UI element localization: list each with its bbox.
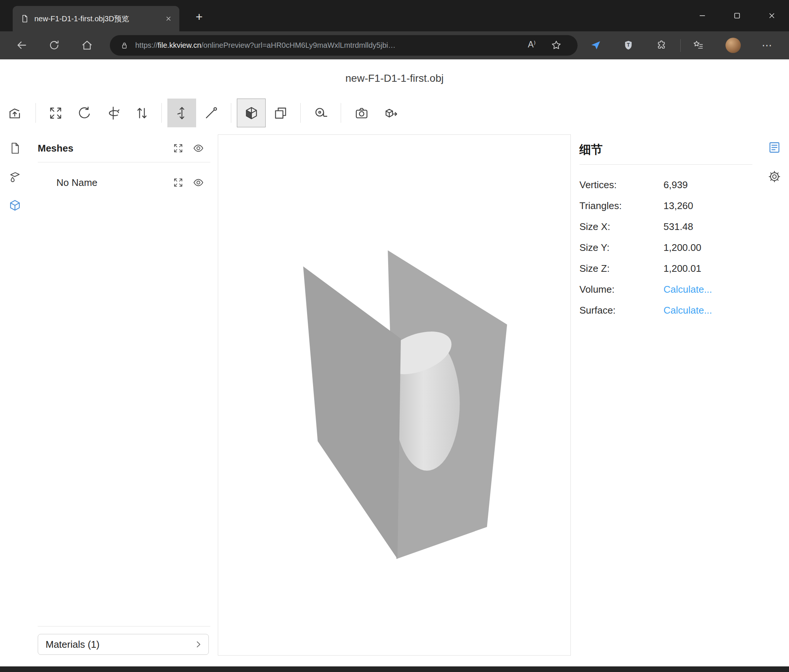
wireframe-view-button[interactable] (266, 99, 295, 127)
detail-row: Volume: Calculate... (580, 279, 752, 300)
mesh-name: No Name (56, 177, 164, 188)
materials-tab[interactable] (8, 169, 22, 184)
settings-more-icon[interactable]: ⋯ (757, 35, 778, 56)
mesh-list-item[interactable]: No Name (38, 168, 210, 197)
detail-label: Size Z: (580, 263, 663, 274)
toolbar-separator (341, 103, 341, 123)
home-button[interactable] (77, 35, 97, 56)
rotate-free-button[interactable] (70, 99, 99, 127)
screenshot-button[interactable] (347, 99, 376, 127)
lock-icon (120, 41, 129, 50)
right-rail (760, 134, 789, 247)
calculate-surface-link[interactable]: Calculate... (663, 305, 712, 316)
mesh-zoom-to-fit-icon[interactable] (172, 177, 184, 188)
settings-gear-icon[interactable] (767, 169, 781, 184)
tab-title: new-F1-D1-1-first.obj3D预览 (34, 14, 158, 24)
detail-label: Surface: (580, 305, 663, 316)
detail-value: 531.48 (663, 221, 693, 232)
detail-value: 6,939 (663, 179, 688, 191)
details-tab[interactable] (767, 140, 781, 154)
detail-value: 1,200.00 (663, 242, 701, 253)
model-viewport[interactable] (218, 134, 571, 656)
detail-row: Vertices: 6,939 (580, 174, 752, 195)
detail-value: 1,200.01 (663, 263, 701, 274)
detail-row: Size X: 531.48 (580, 216, 752, 237)
minimize-button[interactable] (685, 0, 720, 31)
detail-row: Surface: Calculate... (580, 300, 752, 321)
extension-blue-icon[interactable] (585, 35, 606, 56)
detail-label: Triangles: (580, 200, 663, 212)
materials-label: Materials (1) (46, 639, 193, 650)
detail-row: Size Y: 1,200.00 (580, 237, 752, 258)
model-tab[interactable] (8, 198, 22, 212)
divider (580, 164, 752, 165)
meshes-visibility-eye-icon[interactable] (192, 142, 204, 154)
read-aloud-icon[interactable]: A⁾ (528, 40, 536, 49)
toolbar-separator (231, 103, 231, 123)
details-rows: Vertices: 6,939 Triangles: 13,260 Size X… (580, 174, 752, 321)
detail-row: Triangles: 13,260 (580, 195, 752, 216)
address-bar[interactable]: https://file.kkview.cn/onlinePreview?url… (110, 35, 578, 56)
browser-tab[interactable]: new-F1-D1-1-first.obj3D预览 (13, 6, 179, 31)
back-button[interactable] (11, 35, 32, 56)
open-model-button[interactable] (1, 99, 30, 127)
divider (38, 626, 210, 626)
extensions-puzzle-icon[interactable] (651, 35, 672, 56)
close-button[interactable] (754, 0, 789, 31)
rotate-axis-button[interactable] (99, 99, 128, 127)
extension-shield-icon[interactable]: T (618, 35, 639, 56)
svg-text:T: T (627, 42, 630, 48)
divider (38, 162, 210, 162)
measure-button[interactable] (306, 99, 335, 127)
fit-view-button[interactable] (41, 99, 70, 127)
toolbar-separator (35, 103, 36, 123)
meshes-header: Meshes (38, 134, 210, 162)
mesh-visibility-eye-icon[interactable] (192, 177, 204, 188)
details-panel: 细节 Vertices: 6,939 Triangles: 13,260 Siz… (580, 134, 752, 321)
favorites-list-icon[interactable] (688, 35, 709, 56)
calculate-volume-link[interactable]: Calculate... (663, 284, 712, 295)
model-render (218, 135, 570, 655)
page-title: new-F1-D1-1-first.obj (0, 72, 789, 84)
toolbar-separator (300, 103, 301, 123)
toolbar-separator (161, 103, 162, 123)
url-text: https://file.kkview.cn/onlinePreview?url… (135, 41, 396, 49)
window-bottom-edge (0, 666, 789, 672)
tab-close-icon[interactable] (163, 13, 174, 24)
favorite-star-icon[interactable] (551, 40, 562, 51)
detail-label: Vertices: (580, 179, 663, 191)
chevron-right-icon (193, 640, 203, 649)
detail-value: 13,260 (663, 200, 693, 212)
meshes-panel: Meshes No Name Materials (1) (38, 134, 210, 656)
shaded-view-button[interactable] (237, 99, 266, 127)
maximize-button[interactable] (720, 0, 754, 31)
browser-navbar: https://file.kkview.cn/onlinePreview?url… (0, 31, 789, 59)
detail-label: Size X: (580, 221, 663, 232)
meshes-zoom-to-fit-icon[interactable] (172, 142, 184, 154)
window-controls (685, 0, 789, 31)
left-rail (0, 134, 30, 358)
window-titlebar: new-F1-D1-1-first.obj3D预览 + (0, 0, 789, 31)
detail-row: Size Z: 1,200.01 (580, 258, 752, 279)
file-info-tab[interactable] (8, 141, 22, 155)
page-favicon-icon (20, 14, 29, 23)
swap-updown-button[interactable] (128, 99, 156, 127)
viewer-toolbar (0, 99, 789, 128)
refresh-button[interactable] (44, 35, 65, 56)
profile-avatar[interactable] (725, 38, 741, 53)
detail-label: Size Y: (580, 242, 663, 253)
materials-button[interactable]: Materials (1) (38, 634, 209, 655)
export-model-button[interactable] (376, 99, 405, 127)
detail-label: Volume: (580, 284, 663, 295)
details-title: 细节 (580, 134, 752, 158)
meshes-title: Meshes (38, 143, 164, 154)
draw-line-button[interactable] (196, 99, 225, 127)
move-tool-button[interactable] (168, 99, 196, 127)
new-tab-button[interactable]: + (190, 8, 208, 25)
